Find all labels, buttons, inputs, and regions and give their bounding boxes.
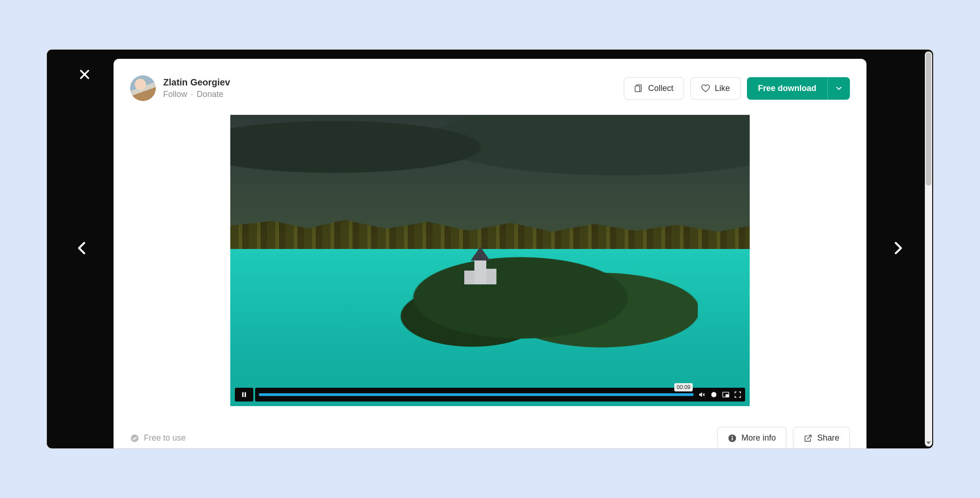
header: Zlatin Georgiev Follow·Donate Collect Li…: [130, 75, 850, 101]
svg-rect-10: [726, 395, 728, 396]
follow-link[interactable]: Follow: [163, 90, 187, 99]
share-label: Share: [817, 433, 839, 443]
svg-marker-15: [926, 441, 931, 444]
time-tooltip: 00:09: [674, 383, 693, 391]
like-label: Like: [715, 84, 730, 93]
scrollbar[interactable]: [925, 51, 932, 447]
collect-button[interactable]: Collect: [624, 77, 684, 100]
author-block: Zlatin Georgiev Follow·Donate: [130, 75, 230, 101]
settings-button[interactable]: [710, 391, 718, 398]
more-info-button[interactable]: More info: [717, 427, 786, 449]
content-sheet: Zlatin Georgiev Follow·Donate Collect Li…: [114, 59, 866, 449]
fullscreen-button[interactable]: [734, 391, 741, 398]
svg-rect-4: [242, 392, 244, 397]
meta-separator: ·: [191, 90, 193, 99]
pip-button[interactable]: [722, 391, 729, 398]
close-button[interactable]: [78, 68, 91, 83]
author-meta: Follow·Donate: [163, 90, 230, 99]
license-label: Free to use: [144, 433, 186, 443]
pause-icon: [241, 391, 247, 398]
download-button-group: Free download: [747, 77, 850, 100]
heart-icon: [701, 84, 710, 93]
header-actions: Collect Like Free download: [624, 77, 850, 100]
chevron-right-icon: [890, 240, 906, 256]
license-info[interactable]: Free to use: [130, 433, 186, 443]
video-player[interactable]: 00:09: [230, 115, 750, 406]
footer: Free to use More info Share: [130, 427, 850, 449]
controls-track: 00:09: [255, 388, 745, 402]
pause-button[interactable]: [235, 388, 253, 402]
download-button[interactable]: Free download: [747, 77, 827, 100]
viewer-window: Zlatin Georgiev Follow·Donate Collect Li…: [46, 49, 934, 449]
svg-rect-3: [635, 86, 640, 92]
gear-icon: [710, 391, 718, 398]
video-container: 00:09: [130, 115, 850, 406]
share-button[interactable]: Share: [793, 427, 850, 449]
more-info-label: More info: [741, 433, 776, 443]
prev-button[interactable]: [74, 240, 90, 258]
close-icon: [78, 68, 91, 81]
svg-rect-14: [732, 437, 733, 440]
author-name[interactable]: Zlatin Georgiev: [163, 77, 230, 88]
fullscreen-icon: [734, 391, 741, 398]
scrollbar-thumb[interactable]: [926, 52, 931, 186]
footer-actions: More info Share: [717, 427, 850, 449]
next-button[interactable]: [890, 240, 906, 258]
volume-muted-icon: [698, 391, 706, 398]
collect-label: Collect: [648, 84, 673, 93]
progress-fill: [259, 393, 694, 396]
chevron-down-icon: [835, 85, 843, 92]
check-circle-icon: [130, 434, 139, 443]
caret-down-icon: [926, 441, 931, 445]
pip-icon: [722, 391, 729, 398]
svg-point-13: [732, 436, 733, 437]
download-options-button[interactable]: [827, 77, 850, 100]
mute-button[interactable]: [698, 391, 706, 398]
scroll-down-arrow[interactable]: [925, 439, 932, 447]
donate-link[interactable]: Donate: [197, 90, 223, 99]
info-icon: [728, 434, 737, 443]
bookmark-icon: [634, 84, 644, 93]
svg-rect-5: [245, 392, 246, 397]
like-button[interactable]: Like: [690, 77, 741, 100]
download-label: Free download: [758, 84, 816, 93]
video-frame: [230, 115, 750, 406]
video-controls: 00:09: [235, 388, 745, 402]
progress-bar[interactable]: 00:09: [259, 393, 694, 396]
avatar[interactable]: [130, 75, 156, 101]
share-icon: [803, 434, 813, 443]
chevron-left-icon: [74, 240, 90, 256]
